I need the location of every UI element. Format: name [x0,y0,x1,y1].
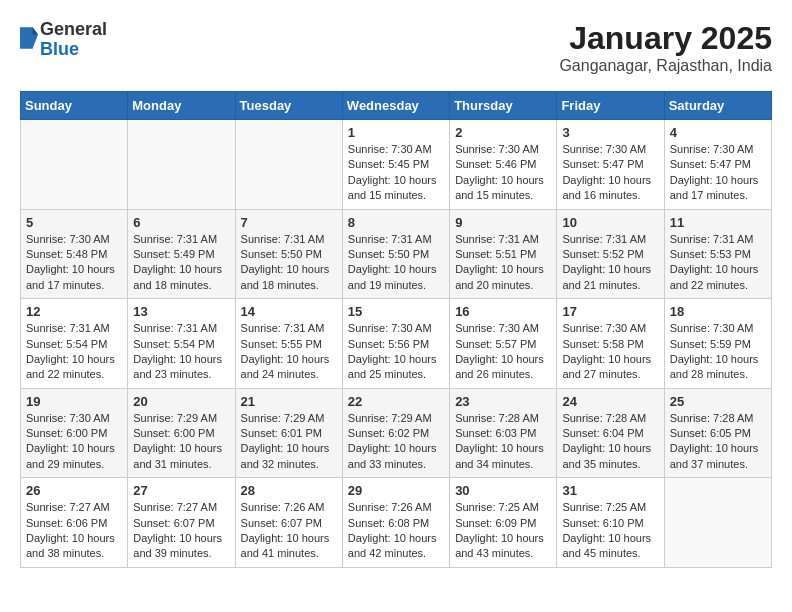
calendar-cell: 3Sunrise: 7:30 AMSunset: 5:47 PMDaylight… [557,120,664,210]
logo-general: General [40,20,107,40]
day-number: 13 [133,304,229,319]
day-info: Sunset: 6:02 PM [348,426,444,441]
day-info: and 42 minutes. [348,546,444,561]
day-info: Sunset: 5:50 PM [348,247,444,262]
day-info: and 23 minutes. [133,367,229,382]
day-info: and 22 minutes. [670,278,766,293]
calendar-cell: 30Sunrise: 7:25 AMSunset: 6:09 PMDayligh… [450,478,557,568]
day-info: and 43 minutes. [455,546,551,561]
day-info: Sunset: 6:06 PM [26,516,122,531]
calendar-cell: 23Sunrise: 7:28 AMSunset: 6:03 PMDayligh… [450,388,557,478]
day-info: and 35 minutes. [562,457,658,472]
day-info: Daylight: 10 hours [241,531,337,546]
calendar-cell: 11Sunrise: 7:31 AMSunset: 5:53 PMDayligh… [664,209,771,299]
day-info: Daylight: 10 hours [670,352,766,367]
day-number: 17 [562,304,658,319]
day-info: Sunrise: 7:30 AM [26,411,122,426]
day-info: Daylight: 10 hours [348,441,444,456]
calendar-cell: 28Sunrise: 7:26 AMSunset: 6:07 PMDayligh… [235,478,342,568]
day-info: Daylight: 10 hours [26,531,122,546]
day-number: 11 [670,215,766,230]
day-number: 2 [455,125,551,140]
day-info: Daylight: 10 hours [241,352,337,367]
calendar-cell: 1Sunrise: 7:30 AMSunset: 5:45 PMDaylight… [342,120,449,210]
day-info: Sunset: 5:53 PM [670,247,766,262]
calendar-title: January 2025 [559,20,772,57]
day-info: Daylight: 10 hours [455,531,551,546]
calendar-cell: 29Sunrise: 7:26 AMSunset: 6:08 PMDayligh… [342,478,449,568]
weekday-header-saturday: Saturday [664,92,771,120]
calendar-cell: 12Sunrise: 7:31 AMSunset: 5:54 PMDayligh… [21,299,128,389]
day-info: and 17 minutes. [670,188,766,203]
day-number: 1 [348,125,444,140]
day-number: 10 [562,215,658,230]
day-info: Daylight: 10 hours [348,352,444,367]
day-info: and 21 minutes. [562,278,658,293]
weekday-header-sunday: Sunday [21,92,128,120]
day-info: Sunset: 5:47 PM [670,157,766,172]
day-number: 28 [241,483,337,498]
day-number: 18 [670,304,766,319]
day-info: and 33 minutes. [348,457,444,472]
day-info: Daylight: 10 hours [562,352,658,367]
day-info: Daylight: 10 hours [455,441,551,456]
logo-blue: Blue [40,40,107,60]
logo-icon [20,27,38,49]
weekday-header-friday: Friday [557,92,664,120]
day-info: Sunrise: 7:25 AM [455,500,551,515]
day-info: Sunrise: 7:31 AM [348,232,444,247]
day-info: and 15 minutes. [455,188,551,203]
day-info: Sunset: 6:04 PM [562,426,658,441]
day-info: and 31 minutes. [133,457,229,472]
day-info: Daylight: 10 hours [241,441,337,456]
day-info: Sunset: 5:48 PM [26,247,122,262]
day-info: Sunrise: 7:26 AM [348,500,444,515]
calendar-subtitle: Ganganagar, Rajasthan, India [559,57,772,75]
page-header: General Blue January 2025 Ganganagar, Ra… [20,20,772,75]
day-info: Sunset: 5:59 PM [670,337,766,352]
day-number: 12 [26,304,122,319]
day-info: Daylight: 10 hours [670,441,766,456]
day-info: Sunset: 5:56 PM [348,337,444,352]
day-info: Sunrise: 7:31 AM [455,232,551,247]
day-info: Sunrise: 7:30 AM [562,142,658,157]
calendar-cell: 10Sunrise: 7:31 AMSunset: 5:52 PMDayligh… [557,209,664,299]
day-info: Sunset: 6:07 PM [133,516,229,531]
day-info: Sunrise: 7:28 AM [670,411,766,426]
calendar-cell [664,478,771,568]
day-info: Daylight: 10 hours [26,262,122,277]
day-info: Sunrise: 7:31 AM [26,321,122,336]
day-info: Daylight: 10 hours [348,173,444,188]
day-number: 4 [670,125,766,140]
calendar-cell: 7Sunrise: 7:31 AMSunset: 5:50 PMDaylight… [235,209,342,299]
svg-marker-0 [20,27,38,49]
day-info: Sunrise: 7:31 AM [241,232,337,247]
day-number: 7 [241,215,337,230]
day-number: 3 [562,125,658,140]
calendar-cell: 31Sunrise: 7:25 AMSunset: 6:10 PMDayligh… [557,478,664,568]
day-info: Sunrise: 7:27 AM [133,500,229,515]
day-info: Sunset: 5:57 PM [455,337,551,352]
calendar-cell: 21Sunrise: 7:29 AMSunset: 6:01 PMDayligh… [235,388,342,478]
day-info: Daylight: 10 hours [455,262,551,277]
calendar-week-1: 1Sunrise: 7:30 AMSunset: 5:45 PMDaylight… [21,120,772,210]
day-info: and 27 minutes. [562,367,658,382]
day-info: and 32 minutes. [241,457,337,472]
day-info: Daylight: 10 hours [133,441,229,456]
day-info: Sunrise: 7:30 AM [348,142,444,157]
day-info: Sunset: 5:50 PM [241,247,337,262]
day-info: and 20 minutes. [455,278,551,293]
day-info: Sunset: 5:55 PM [241,337,337,352]
day-info: Sunset: 5:51 PM [455,247,551,262]
weekday-header-thursday: Thursday [450,92,557,120]
day-number: 31 [562,483,658,498]
calendar-cell: 13Sunrise: 7:31 AMSunset: 5:54 PMDayligh… [128,299,235,389]
calendar-week-3: 12Sunrise: 7:31 AMSunset: 5:54 PMDayligh… [21,299,772,389]
day-info: Daylight: 10 hours [133,531,229,546]
day-info: Sunrise: 7:30 AM [670,142,766,157]
logo-text: General Blue [40,20,107,60]
day-number: 23 [455,394,551,409]
weekday-header-tuesday: Tuesday [235,92,342,120]
day-info: Daylight: 10 hours [562,173,658,188]
day-info: and 18 minutes. [133,278,229,293]
